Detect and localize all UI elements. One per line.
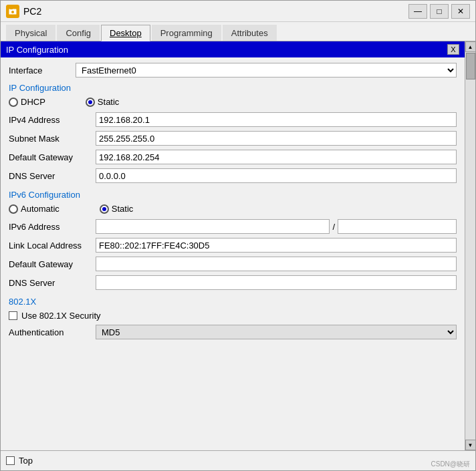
interface-row: Interface FastEthernet0 [9,63,457,77]
subnet-mask-row: Subnet Mask [9,131,457,146]
scroll-down-button[interactable]: ▼ [465,440,476,450]
use-security-row: Use 802.1X Security [9,311,457,321]
auth-label: Authentication [9,327,96,337]
content-area: IP Configuration X Interface FastEtherne… [1,41,475,450]
ip-config-close-button[interactable]: X [447,44,459,55]
dns-server-input[interactable] [96,168,457,183]
dot1x-section: 802.1X Use 802.1X Security Authenticatio… [9,297,457,339]
static-radio-circle [86,98,95,107]
link-local-row: Link Local Address [9,238,457,253]
use-security-label: Use 802.1X Security [21,311,101,321]
dhcp-radio-option[interactable]: DHCP [9,97,45,107]
dns-server-label: DNS Server [9,171,96,181]
tab-desktop[interactable]: Desktop [101,25,150,41]
ipv6-dns-label: DNS Server [9,278,96,288]
scrollbar: ▲ ▼ [465,41,475,450]
static-radio-option[interactable]: Static [86,97,120,107]
ipv6-section-title: IPv6 Configuration [9,190,457,200]
form-area: Interface FastEthernet0 IP Configuration… [1,57,465,345]
ipv6-static-radio-circle [100,204,109,214]
ipv6-gateway-label: Default Gateway [9,259,96,269]
ipv4-radio-row: DHCP Static [9,97,457,107]
tab-config[interactable]: Config [57,25,100,41]
scroll-track [465,52,475,440]
watermark: CSDN@晓研 [431,460,471,469]
tab-programming[interactable]: Programming [152,25,221,41]
authentication-row: Authentication MD5 EAP [9,325,457,339]
ipv6-static-label: Static [112,204,134,214]
ipv6-dns-input[interactable] [96,275,457,290]
svg-point-2 [11,11,14,13]
ipv4-address-input[interactable] [96,112,457,127]
ip-config-title: IP Configuration [6,45,68,55]
ipv6-automatic-radio-circle [9,204,18,214]
ipv6-prefix-input[interactable] [338,219,457,234]
static-label: Static [98,97,120,107]
ipv6-gateway-input[interactable] [96,257,457,271]
subnet-mask-input[interactable] [96,131,457,146]
link-local-label: Link Local Address [9,241,96,251]
window-icon [6,5,19,18]
tab-bar: Physical Config Desktop Programming Attr… [1,22,475,41]
ipv6-address-input[interactable] [96,219,330,234]
ipv6-radio-row: Automatic Static [9,204,457,214]
minimize-button[interactable]: — [408,4,427,19]
scroll-thumb [466,53,475,80]
auth-select[interactable]: MD5 EAP [96,325,457,339]
scroll-up-button[interactable]: ▲ [465,41,476,52]
ipv6-dns-row: DNS Server [9,275,457,290]
ip-config-header: IP Configuration X [1,41,465,57]
dns-server-row: DNS Server [9,168,457,183]
top-label: Top [19,456,33,466]
subnet-mask-label: Subnet Mask [9,134,96,144]
link-local-input[interactable] [96,238,457,253]
dhcp-label: DHCP [21,97,45,107]
ipv4-address-row: IPv4 Address [9,112,457,127]
ipv6-automatic-label: Automatic [21,204,60,214]
default-gateway-input[interactable] [96,150,457,164]
ipv6-gateway-row: Default Gateway [9,257,457,271]
svg-rect-1 [10,7,13,9]
interface-label: Interface [9,65,76,75]
ipv6-automatic-radio[interactable]: Automatic [9,204,60,214]
default-gateway-row: Default Gateway [9,150,457,164]
bottom-bar: Top CSDN@晓研 [1,450,475,470]
top-checkbox[interactable] [6,456,15,465]
dot1x-section-title: 802.1X [9,297,457,307]
tab-physical[interactable]: Physical [6,25,55,41]
window: PC2 — □ ✕ Physical Config Desktop Progra… [0,0,476,471]
use-security-checkbox[interactable] [9,311,17,320]
interface-select-wrapper: FastEthernet0 [76,63,457,77]
title-bar: PC2 — □ ✕ [1,1,475,22]
interface-select[interactable]: FastEthernet0 [76,63,457,77]
ipv6-address-label: IPv6 Address [9,222,96,232]
tab-attributes[interactable]: Attributes [223,25,277,41]
ipv4-section-title: IP Configuration [9,83,457,93]
ipv6-static-radio[interactable]: Static [100,204,134,214]
dhcp-radio-circle [9,98,18,107]
ipv4-address-label: IPv4 Address [9,115,96,125]
window-close-button[interactable]: ✕ [451,4,470,19]
ipv6-slash: / [332,222,335,232]
window-title: PC2 [23,6,408,17]
maximize-button[interactable]: □ [430,4,449,19]
window-controls: — □ ✕ [408,4,470,19]
default-gateway-label: Default Gateway [9,152,96,162]
ipv6-address-row: IPv6 Address / [9,219,457,234]
main-panel: IP Configuration X Interface FastEtherne… [1,41,465,450]
